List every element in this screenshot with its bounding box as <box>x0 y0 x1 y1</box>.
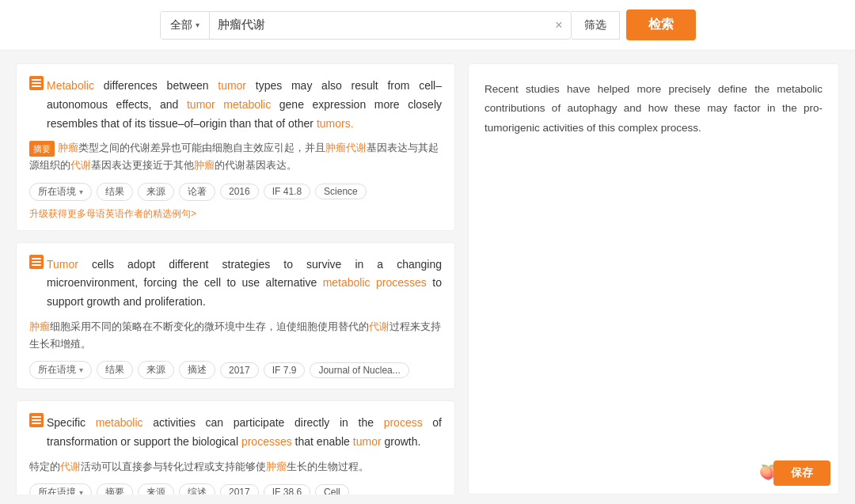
tag-context[interactable]: 所在语境▾ <box>29 483 92 495</box>
clear-icon[interactable]: × <box>547 12 570 39</box>
result-en-text: Metabolic differences between tumor type… <box>29 77 442 133</box>
preview-box: Recent studies have helped more precisel… <box>468 63 839 495</box>
tag-context[interactable]: 所在语境▾ <box>29 361 92 379</box>
search-input[interactable] <box>210 12 548 38</box>
tag-if[interactable]: IF 7.9 <box>264 362 306 378</box>
result-zh-text: 肿瘤细胞采用不同的策略在不断变化的微环境中生存，迫使细胞使用替代的代谢过程来支持… <box>29 318 442 353</box>
tag-journal[interactable]: Science <box>315 184 367 199</box>
highlight: Tumor <box>47 258 78 271</box>
zh-tag: 摘要 <box>29 141 55 157</box>
tag-source[interactable]: 来源 <box>138 183 174 201</box>
highlight: tumor <box>187 98 215 111</box>
highlight: metabolic processes <box>323 276 427 289</box>
tag-source[interactable]: 来源 <box>138 361 174 379</box>
tag-year[interactable]: 2016 <box>220 184 259 199</box>
highlight: processes <box>241 435 292 448</box>
result-tags: 所在语境▾ 摘要 来源 综述 2017 IF 38.6 Cell <box>29 483 442 495</box>
highlight: metabolic <box>223 98 271 111</box>
result-item: Specific metabolic activities can partic… <box>16 400 455 495</box>
tag-type[interactable]: 摘述 <box>179 361 215 379</box>
result-tags: 所在语境▾ 结果 来源 论著 2016 IF 41.8 Science <box>29 183 442 201</box>
result-zh-text: 特定的代谢活动可以直接参与转化过程或支持能够使肿瘤生长的生物过程。 <box>29 458 442 476</box>
result-item: Metabolic differences between tumor type… <box>16 63 455 231</box>
right-panel: Recent studies have helped more precisel… <box>468 63 839 495</box>
search-bar: 全部 ▾ × 筛选 检索 <box>0 0 855 51</box>
highlight: Metabolic <box>47 79 94 92</box>
left-panel: Metabolic differences between tumor type… <box>16 63 455 495</box>
tag-journal[interactable]: Journal of Nuclea... <box>310 362 408 378</box>
highlight: tumor <box>218 79 246 92</box>
search-category-dropdown[interactable]: 全部 ▾ <box>161 12 210 39</box>
tag-if[interactable]: IF 41.8 <box>264 184 310 199</box>
highlight: tumors. <box>317 117 354 130</box>
main-content: Metabolic differences between tumor type… <box>0 51 855 504</box>
result-en-text: Tumor cells adopt different strategies t… <box>29 256 442 312</box>
result-tags: 所在语境▾ 结果 来源 摘述 2017 IF 7.9 Journal of Nu… <box>29 361 442 379</box>
result-icon <box>29 413 44 427</box>
result-icon <box>29 76 44 90</box>
category-label: 全部 <box>170 18 192 32</box>
save-button[interactable]: 保存 <box>773 460 830 486</box>
tag-result[interactable]: 结果 <box>97 361 133 379</box>
tag-result[interactable]: 摘要 <box>97 483 133 495</box>
tag-type[interactable]: 论著 <box>179 183 215 201</box>
tag-result[interactable]: 结果 <box>97 183 133 201</box>
filter-button[interactable]: 筛选 <box>572 11 620 40</box>
search-button[interactable]: 检索 <box>626 9 696 40</box>
tag-year[interactable]: 2017 <box>220 484 259 495</box>
highlight: process <box>384 416 423 429</box>
tag-context[interactable]: 所在语境▾ <box>29 183 92 201</box>
result-icon <box>29 255 44 269</box>
tag-if[interactable]: IF 38.6 <box>264 484 310 495</box>
tag-type[interactable]: 综述 <box>179 483 215 495</box>
preview-text: Recent studies have helped more precisel… <box>484 80 823 138</box>
tag-journal[interactable]: Cell <box>315 484 349 495</box>
search-wrapper: 全部 ▾ × <box>160 11 572 40</box>
highlight: tumor <box>353 435 382 448</box>
result-item: Tumor cells adopt different strategies t… <box>16 242 455 390</box>
result-zh-text: 摘要肿瘤类型之间的代谢差异也可能由细胞自主效应引起，并且肿瘤代谢基因表达与其起源… <box>29 139 442 174</box>
result-en-text: Specific metabolic activities can partic… <box>29 414 442 452</box>
tag-year[interactable]: 2017 <box>220 362 259 378</box>
upgrade-link[interactable]: 升级获得更多母语英语作者的精选例句> <box>29 207 442 221</box>
highlight: metabolic <box>96 416 143 429</box>
tag-source[interactable]: 来源 <box>138 483 174 495</box>
chevron-down-icon: ▾ <box>196 21 200 29</box>
